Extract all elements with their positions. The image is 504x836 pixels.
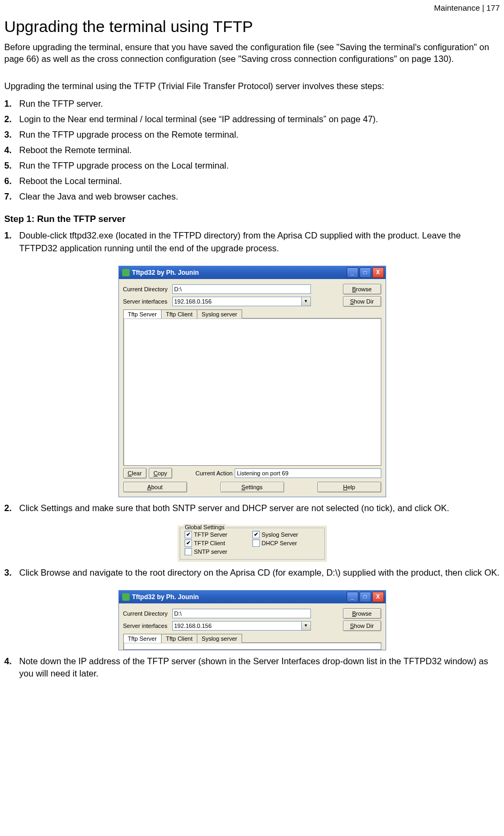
tab-tftp-server[interactable]: Tftp Server bbox=[123, 634, 162, 643]
list-item: Reboot the Local terminal. bbox=[4, 173, 500, 189]
server-interfaces-label: Server interfaces bbox=[123, 623, 172, 629]
maximize-button[interactable]: □ bbox=[359, 592, 371, 602]
global-settings-groupbox: Global Settings ✔TFTP Server ✔Syslog Ser… bbox=[180, 528, 325, 560]
intro-paragraph: Before upgrading the terminal, ensure th… bbox=[4, 41, 500, 65]
tab-syslog-server[interactable]: Syslog server bbox=[197, 309, 242, 319]
tab-tftp-client[interactable]: Tftp Client bbox=[161, 634, 197, 643]
titlebar[interactable]: Tftpd32 by Ph. Jounin _ □ X bbox=[119, 591, 386, 603]
help-button[interactable]: Help bbox=[317, 482, 381, 492]
current-directory-label: Current Directory bbox=[123, 286, 172, 292]
dhcp-server-checkbox[interactable] bbox=[252, 539, 260, 547]
maximize-button[interactable]: □ bbox=[359, 267, 371, 278]
sntp-server-checkbox[interactable] bbox=[185, 548, 192, 555]
overview-steps-list: Run the TFTP server. Login to the Near e… bbox=[4, 96, 500, 205]
step1-list-cont3: Note down the IP address of the TFTP ser… bbox=[4, 654, 500, 681]
tftp-server-label: TFTP Server bbox=[194, 531, 228, 538]
list-item: Run the TFTP upgrade process on the Remo… bbox=[4, 127, 500, 142]
current-action-status bbox=[235, 468, 381, 478]
step1-list-cont1: Click Settings and make sure that both S… bbox=[4, 500, 500, 516]
list-item: Click Settings and make sure that both S… bbox=[4, 500, 500, 516]
tftpd-main-window: Tftpd32 by Ph. Jounin _ □ X Current Dire… bbox=[118, 266, 386, 497]
step1-list: Double-click tftpd32.exe (located in the… bbox=[4, 228, 500, 256]
server-interfaces-label: Server interfaces bbox=[123, 298, 172, 305]
transfer-list-area bbox=[123, 318, 381, 466]
close-button[interactable]: X bbox=[372, 267, 384, 278]
list-item: Click Browse and navigate to the root di… bbox=[4, 565, 500, 580]
current-directory-input[interactable] bbox=[172, 284, 311, 294]
about-button[interactable]: About bbox=[123, 482, 187, 492]
app-icon bbox=[122, 269, 130, 276]
browse-button[interactable]: Browse bbox=[343, 284, 381, 294]
tftpd-window-cropped: Tftpd32 by Ph. Jounin _ □ X Current Dire… bbox=[118, 590, 386, 650]
window-title: Tftpd32 by Ph. Jounin bbox=[132, 269, 346, 276]
list-item: Run the TFTP server. bbox=[4, 96, 500, 112]
server-interfaces-input[interactable] bbox=[172, 621, 302, 631]
app-icon bbox=[122, 593, 130, 601]
list-item: Run the TFTP upgrade process on the Loca… bbox=[4, 158, 500, 173]
page-header: Maintenance | 177 bbox=[4, 0, 500, 18]
tab-tftp-client[interactable]: Tftp Client bbox=[161, 309, 197, 319]
page-title: Upgrading the terminal using TFTP bbox=[4, 18, 500, 36]
step1-list-cont2: Click Browse and navigate to the root di… bbox=[4, 565, 500, 580]
current-directory-label: Current Directory bbox=[123, 610, 172, 617]
server-interfaces-input[interactable] bbox=[172, 297, 302, 306]
close-button[interactable]: X bbox=[372, 592, 384, 602]
tftp-client-label: TFTP Client bbox=[194, 540, 225, 546]
step1-heading: Step 1: Run the TFTP server bbox=[4, 214, 500, 225]
window-title: Tftpd32 by Ph. Jounin bbox=[132, 593, 346, 601]
steps-intro: Upgrading the terminal using the TFTP (T… bbox=[4, 80, 500, 92]
dhcp-server-label: DHCP Server bbox=[262, 540, 297, 546]
current-directory-input[interactable] bbox=[172, 609, 311, 618]
titlebar[interactable]: Tftpd32 by Ph. Jounin _ □ X bbox=[119, 266, 386, 279]
browse-button[interactable]: Browse bbox=[343, 608, 381, 619]
list-item: Clear the Java and web browser caches. bbox=[4, 189, 500, 204]
current-action-label: Current Action bbox=[196, 470, 233, 476]
dropdown-button[interactable]: ▼ bbox=[302, 621, 311, 631]
dropdown-button[interactable]: ▼ bbox=[302, 297, 311, 306]
tftp-client-checkbox[interactable]: ✔ bbox=[185, 539, 192, 547]
syslog-server-label: Syslog Server bbox=[262, 531, 298, 538]
syslog-server-checkbox[interactable]: ✔ bbox=[252, 531, 260, 538]
minimize-button[interactable]: _ bbox=[347, 267, 358, 278]
copy-button[interactable]: Copy bbox=[149, 468, 172, 479]
clear-button[interactable]: Clear bbox=[123, 468, 147, 479]
tab-tftp-server[interactable]: Tftp Server bbox=[123, 309, 162, 319]
list-item: Double-click tftpd32.exe (located in the… bbox=[4, 228, 500, 256]
show-dir-button[interactable]: Show Dir bbox=[343, 296, 381, 307]
global-settings-panel: Global Settings ✔TFTP Server ✔Syslog Ser… bbox=[178, 526, 327, 562]
list-item: Note down the IP address of the TFTP ser… bbox=[4, 654, 500, 681]
tftp-server-checkbox[interactable]: ✔ bbox=[185, 531, 192, 538]
show-dir-button[interactable]: Show Dir bbox=[343, 620, 381, 631]
settings-button[interactable]: Settings bbox=[220, 482, 284, 492]
groupbox-legend: Global Settings bbox=[183, 524, 227, 530]
minimize-button[interactable]: _ bbox=[347, 592, 358, 602]
list-item: Reboot the Remote terminal. bbox=[4, 142, 500, 158]
transfer-list-area bbox=[123, 642, 381, 650]
tab-syslog-server[interactable]: Syslog server bbox=[197, 634, 242, 643]
sntp-server-label: SNTP server bbox=[194, 548, 228, 555]
list-item: Login to the Near end terminal / local t… bbox=[4, 112, 500, 127]
